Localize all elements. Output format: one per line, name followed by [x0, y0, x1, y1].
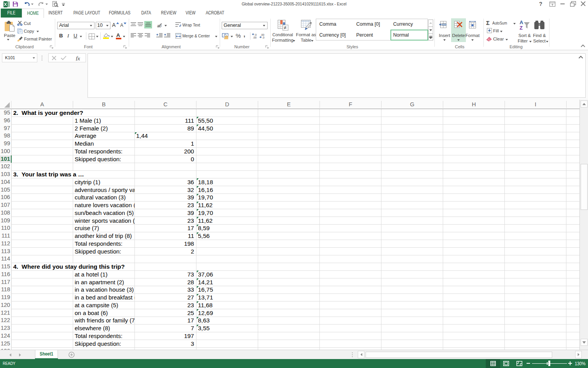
svg-text:.00: .00	[261, 33, 264, 36]
svg-text:.0: .0	[254, 33, 257, 36]
svg-text:fx: fx	[76, 55, 80, 61]
svg-text:.00: .00	[253, 36, 257, 39]
svg-text:Z: Z	[520, 25, 523, 30]
svg-text:A: A	[520, 20, 523, 25]
svg-text:.0: .0	[262, 36, 264, 39]
svg-text:≠: ≠	[284, 25, 287, 30]
svg-text:ab: ab	[157, 24, 162, 28]
